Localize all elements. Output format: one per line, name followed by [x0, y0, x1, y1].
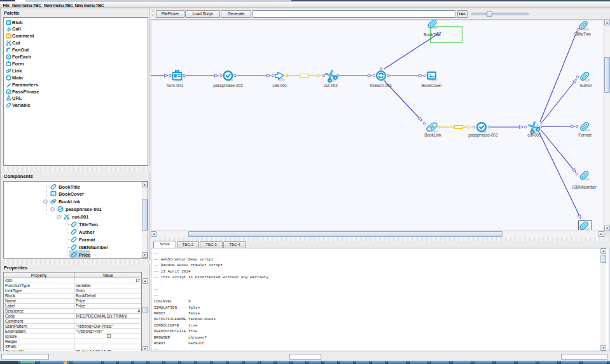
svg-text:foreach-001: foreach-001	[370, 83, 392, 88]
svg-text:passphrase-002: passphrase-002	[213, 83, 243, 88]
svg-text:BookCover: BookCover	[421, 83, 442, 88]
svg-text:BookTitle: BookTitle	[424, 32, 441, 37]
svg-text:Author: Author	[579, 83, 592, 88]
svg-text:cut-001: cut-001	[527, 133, 541, 137]
svg-text:cut-002: cut-002	[324, 83, 338, 88]
svg-text:passphrase-001: passphrase-001	[468, 133, 498, 138]
svg-text:call-001: call-001	[273, 83, 288, 88]
svg-text:ISBNNumber: ISBNNumber	[572, 185, 597, 189]
svg-text:TitleTwo: TitleTwo	[576, 32, 591, 36]
svg-text:BookLink: BookLink	[424, 133, 441, 137]
svg-text:form-001: form-001	[167, 83, 183, 88]
svg-text:Format: Format	[578, 133, 592, 137]
